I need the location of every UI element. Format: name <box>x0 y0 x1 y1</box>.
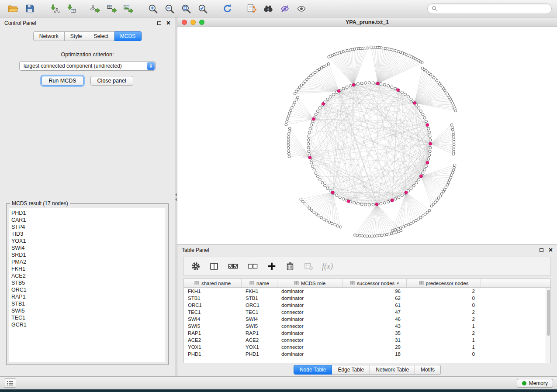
mcds-result-list[interactable]: PHD1CAR1STP4TID3YOX1SWI4SRD1PMA2FKH1ACE2… <box>9 208 166 362</box>
column-header-filler <box>481 279 550 287</box>
export-network-button[interactable] <box>87 2 103 15</box>
tab-network-table[interactable]: Network Table <box>370 365 415 375</box>
unselect-all-columns-button[interactable] <box>247 261 258 271</box>
tab-edge-table[interactable]: Edge Table <box>332 365 370 375</box>
close-table-panel-icon[interactable]: × <box>549 248 553 252</box>
mcds-result-item[interactable]: GCR1 <box>11 321 163 328</box>
function-builder-button[interactable]: f(x) <box>322 262 333 271</box>
table-cell: 2 <box>407 289 481 294</box>
float-panel-icon[interactable] <box>157 21 161 25</box>
delete-column-button[interactable] <box>285 261 295 271</box>
table-settings-button[interactable] <box>191 261 201 271</box>
table-row[interactable]: FKH1FKH1dominator962 <box>184 288 550 295</box>
column-header-successor-nodes[interactable]: successor nodes ▾ <box>343 279 407 287</box>
main-content: Control Panel × Network Style Select MCD… <box>0 17 557 376</box>
table-row[interactable]: SWI4SWI4dominator462 <box>184 316 550 323</box>
table-row[interactable]: ACE2ACE2connector311 <box>184 337 550 344</box>
network-from-selection-button[interactable] <box>244 2 259 15</box>
table-cell: RAP1 <box>242 330 277 336</box>
trash-icon <box>285 261 295 271</box>
tab-style[interactable]: Style <box>65 31 88 41</box>
import-network-button[interactable] <box>46 2 62 15</box>
tab-mcds[interactable]: MCDS <box>114 31 142 41</box>
zoom-out-button[interactable] <box>162 2 177 15</box>
import-table-button[interactable] <box>63 2 79 15</box>
column-header-mcds-role[interactable]: MCDS role <box>277 279 343 287</box>
add-column-button[interactable] <box>267 261 277 271</box>
show-columns-button[interactable] <box>209 261 219 271</box>
table-row[interactable]: SWI5SWI5connector431 <box>184 323 550 330</box>
mcds-result-item[interactable]: SRD1 <box>11 251 163 258</box>
network-canvas[interactable] <box>177 27 557 244</box>
criterion-dropdown[interactable]: largest connected component (undirected)… <box>19 61 156 71</box>
memory-button[interactable]: Memory <box>517 379 553 388</box>
maximize-window-icon[interactable] <box>199 20 204 25</box>
mcds-result-item[interactable]: STB1 <box>11 300 163 307</box>
tab-select[interactable]: Select <box>88 31 114 41</box>
zoom-fit-button[interactable] <box>178 2 194 15</box>
collapse-left-icon[interactable] <box>175 193 177 196</box>
mcds-result-item[interactable]: STB5 <box>11 279 163 286</box>
mcds-result-item[interactable]: YOX1 <box>11 237 163 244</box>
mcds-result-item[interactable]: FKH1 <box>11 265 163 272</box>
tab-network[interactable]: Network <box>33 31 65 41</box>
column-grid-icon <box>194 281 199 285</box>
export-table-button[interactable] <box>104 2 120 15</box>
mcds-result-item[interactable]: PMA2 <box>11 258 163 265</box>
export-image-button[interactable] <box>121 2 136 15</box>
mcds-result-item[interactable]: RAP1 <box>11 293 163 300</box>
tab-motifs[interactable]: Motifs <box>415 365 441 375</box>
tab-node-table[interactable]: Node Table <box>294 365 332 375</box>
column-header-shared-name[interactable]: shared name <box>184 279 242 287</box>
search-input[interactable] <box>439 6 547 12</box>
column-header-name[interactable]: name <box>242 279 277 287</box>
scrollbar-thumb[interactable] <box>547 290 550 336</box>
table-scrollbar[interactable] <box>546 288 550 363</box>
table-row[interactable]: PHD1PHD1dominator180 <box>184 351 550 358</box>
table-cell: 43 <box>343 323 407 329</box>
float-table-panel-icon[interactable] <box>540 248 543 252</box>
mcds-result-item[interactable]: TID3 <box>11 230 163 237</box>
mcds-result-item[interactable]: CAR1 <box>11 217 163 224</box>
table-panel-header: Table Panel × <box>177 244 557 256</box>
mcds-result-item[interactable]: SWI5 <box>11 307 163 314</box>
mcds-result-item[interactable]: TEC1 <box>11 314 163 321</box>
zoom-selected-button[interactable] <box>195 2 211 15</box>
close-panel-button[interactable]: Close panel <box>90 76 133 86</box>
table-row[interactable]: RAP1RAP1dominator352 <box>184 330 550 337</box>
find-button[interactable] <box>260 2 276 15</box>
save-session-button[interactable] <box>22 2 38 15</box>
column-header-predecessor-nodes[interactable]: predecessor nodes <box>407 279 481 287</box>
run-mcds-button[interactable]: Run MCDS <box>42 76 83 86</box>
mcds-result-item[interactable]: PHD1 <box>11 210 163 217</box>
mcds-result-item[interactable]: SWI4 <box>11 244 163 251</box>
control-panel: Control Panel × Network Style Select MCD… <box>0 17 175 376</box>
open-file-button[interactable] <box>5 2 21 15</box>
network-window-titlebar[interactable]: YPA_prune.txt_1 <box>177 17 557 27</box>
apply-layout-button[interactable] <box>219 2 235 15</box>
table-cell: PHD1 <box>184 351 242 357</box>
table-row[interactable]: YOX1YOX1connector291 <box>184 344 550 351</box>
minimize-window-icon[interactable] <box>190 20 196 25</box>
mcds-result-item[interactable]: STP4 <box>11 224 163 230</box>
delete-table-button[interactable] <box>304 261 313 271</box>
zoom-in-button[interactable] <box>145 2 161 15</box>
mcds-result-item[interactable]: ORC1 <box>11 286 163 293</box>
table-row[interactable]: ORC1ORC1dominator610 <box>184 302 550 309</box>
column-grid-icon <box>249 281 254 285</box>
show-all-button[interactable] <box>294 2 309 15</box>
mcds-result-item[interactable]: ACE2 <box>11 272 163 279</box>
table-cell: connector <box>277 344 343 350</box>
status-menu-button[interactable] <box>4 378 16 388</box>
search-box[interactable] <box>427 3 552 14</box>
close-panel-icon[interactable]: × <box>166 21 170 25</box>
table-row[interactable]: STB1STB1dominator620 <box>184 295 550 302</box>
collapse-left-icon[interactable] <box>175 198 177 201</box>
hide-selected-button[interactable] <box>277 2 293 15</box>
table-cell: STB1 <box>184 296 242 301</box>
table-row[interactable]: TEC1TEC1connector472 <box>184 309 550 316</box>
table-cell: ACE2 <box>184 337 242 343</box>
table-tabs: Node Table Edge Table Network Table Moti… <box>177 363 557 376</box>
select-all-columns-button[interactable] <box>228 261 239 271</box>
close-window-icon[interactable] <box>182 20 187 25</box>
